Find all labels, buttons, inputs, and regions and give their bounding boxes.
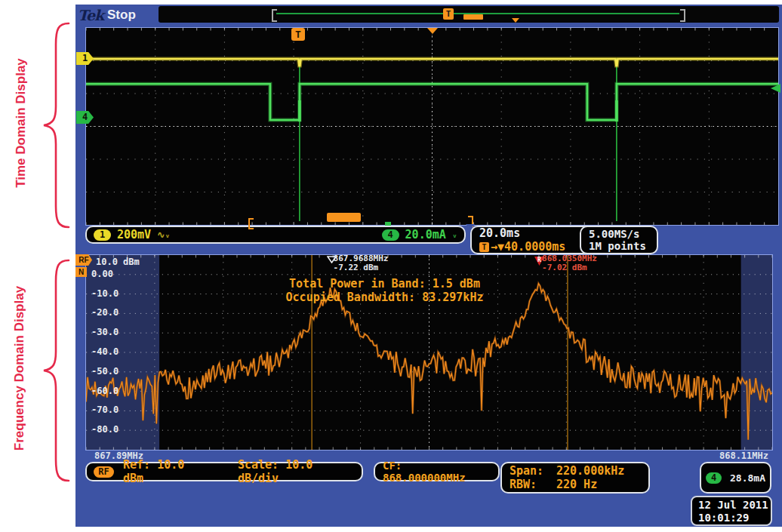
record-length-readout: 1M points: [589, 240, 646, 252]
timeline-left-bracket: [272, 9, 277, 22]
ch1-scale-readout: 200mV: [117, 228, 151, 241]
time-readout: 10:01:29: [698, 512, 771, 524]
ch1-badge[interactable]: 1: [94, 229, 111, 241]
expansion-point-triangle-icon: [427, 28, 438, 34]
rf-ref-level-label: 10.0 dBm: [96, 257, 140, 267]
span-value: 220.000kHz: [556, 464, 624, 478]
timeline-trigger-icon[interactable]: T: [443, 8, 454, 20]
center-frequency-readout: CF: 868.000000MHz: [383, 460, 491, 484]
rf-scale-readout: Scale: 10.0 dB/div: [238, 458, 355, 485]
rf-ref-readout: Ref: 10.0 dBm: [123, 458, 208, 485]
marker-a-amplitude: -7.22 dBm: [334, 263, 389, 272]
ch4-badge[interactable]: 4: [382, 229, 399, 241]
rf-y-axis-tick: -60.0: [91, 386, 119, 396]
datetime-box[interactable]: 12 Jul 2011 10:01:29: [691, 496, 772, 526]
trigger-source-badge: 4: [706, 472, 722, 484]
timeline-right-bracket: [680, 9, 685, 22]
sample-rate-readout: 5.00MS/s: [589, 228, 639, 240]
time-domain-brace: [39, 21, 72, 229]
rf-y-axis-tick: -80.0: [91, 424, 119, 435]
time-domain-graticule: [85, 27, 779, 226]
frequency-domain-annotation: Frequency Domain Display: [12, 255, 27, 481]
acquisition-readout-pill[interactable]: 5.00MS/s 1M points: [580, 226, 658, 254]
rf-scale-readout-pill[interactable]: RF Ref: 10.0 dBm Scale: 10.0 dB/div: [85, 462, 363, 481]
acquisition-status[interactable]: Stop: [107, 8, 136, 23]
timeline-expansion-point-icon: [512, 18, 519, 23]
time-domain-annotation: Time Domain Display: [14, 10, 29, 236]
marker-r-amplitude: -7.02 dBm: [542, 263, 597, 272]
rf-y-axis-tick: -20.0: [91, 307, 119, 318]
rbw-value: 220 Hz: [556, 478, 597, 491]
ch1-coupling-icon: ∿ᵥ: [157, 229, 170, 240]
span-label: Span:: [510, 464, 556, 478]
rf-reference-marker[interactable]: R 868.0350MHz -7.02 dBm: [534, 256, 545, 266]
rf-y-axis-tick: -40.0: [91, 346, 119, 357]
trigger-level-readout: 28.8mA: [730, 472, 765, 484]
channel-readout-pill[interactable]: 1 200mV ∿ᵥ 4 20.0mA ᵥ: [85, 226, 466, 244]
trigger-delay-readout: →▼40.0000ms: [491, 240, 565, 254]
trigger-delay-t-icon: T: [479, 242, 489, 252]
svg-text:R: R: [537, 257, 541, 263]
tek-logo: Tek: [78, 7, 103, 23]
timeline-spectrum-window-segment: [463, 14, 483, 20]
ch4-scale-readout: 20.0mA: [405, 228, 446, 241]
bottom-edge-notch-icon: [466, 224, 475, 229]
rf-y-axis-tick: -50.0: [91, 366, 119, 377]
ch4-coupling-icon: ᵥ: [452, 229, 457, 240]
center-frequency-pill[interactable]: CF: 868.000000MHz: [374, 462, 500, 481]
trigger-position-t-badge[interactable]: T: [291, 28, 305, 41]
occupied-bandwidth: Occupied Bandwidth: 83.297kHz: [42, 291, 728, 304]
spectrum-time-left-bracket: [248, 218, 254, 229]
rising-edge-slope-icon: [725, 472, 726, 484]
rf-start-frequency-label: 867.89MHz: [94, 451, 143, 461]
span-rbw-pill[interactable]: Span: 220.000kHz RBW: 220 Hz: [500, 462, 650, 494]
rbw-label: RBW:: [510, 478, 556, 491]
total-power-in-band: Total Power in Band: 1.5 dBm: [42, 277, 728, 291]
rf-normal-trace-badge[interactable]: N: [75, 267, 87, 277]
rf-pill-badge: RF: [94, 466, 114, 478]
trigger-readout-pill[interactable]: 4 28.8mA: [700, 462, 771, 494]
screenshot-page: Time Domain Display Frequency Domain Dis…: [0, 0, 782, 532]
ch4-bottom-tick: [385, 222, 391, 226]
rf-stop-frequency-label: 868.11MHz: [719, 451, 768, 461]
spectrum-time-window-bar[interactable]: [327, 213, 361, 222]
acquisition-timeline-bar[interactable]: T: [159, 6, 779, 23]
oscilloscope-screen: Tek Stop T T 1 4 1 200mV ∿ᵥ 4: [75, 5, 782, 527]
horizontal-scale-readout: 20.0ms: [479, 226, 520, 240]
date-readout: 12 Jul 2011: [698, 499, 771, 512]
rf-measurement-readout: Total Power in Band: 1.5 dBm Occupied Ba…: [42, 277, 728, 304]
rf-y-axis-tick: -30.0: [91, 327, 119, 337]
rf-marker-a[interactable]: 867.9688MHz -7.22 dBm: [327, 256, 337, 263]
rf-y-axis-tick: -70.0: [91, 404, 119, 415]
